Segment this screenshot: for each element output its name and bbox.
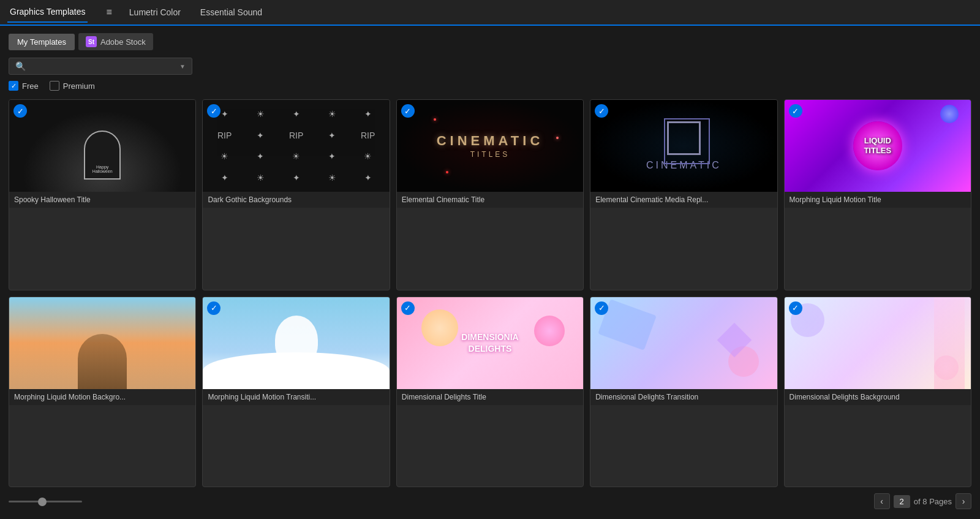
free-checkbox[interactable]	[9, 81, 18, 91]
tab-graphics-templates[interactable]: Graphics Templates	[7, 2, 88, 23]
selected-badge	[595, 104, 608, 118]
selected-badge	[207, 301, 221, 315]
spark-1	[434, 118, 436, 121]
template-card-dark-gothic[interactable]: ✦☀✦☀✦ RIP✦RIP✦RIP ☀✦☀✦☀ ✦☀✦☀✦ Dark Gothi…	[202, 99, 390, 290]
selected-badge	[595, 301, 608, 315]
template-card-dimensional-delights-trans[interactable]: Dimensional Delights Transition	[590, 297, 777, 488]
premium-label: Premium	[63, 81, 95, 91]
slider-thumb[interactable]	[38, 498, 47, 506]
selected-badge	[789, 104, 802, 118]
dim-title-text: DIMENSIONIADELIGHTS	[461, 331, 518, 354]
template-thumbnail-liquid: LIQUIDTITLES	[785, 100, 971, 192]
template-label: Morphing Liquid Motion Backgro...	[9, 389, 195, 405]
template-thumbnail-dim-trans	[590, 297, 777, 389]
premium-checkbox[interactable]	[50, 81, 59, 91]
template-label: Elemental Cinematic Media Repl...	[590, 192, 777, 208]
template-thumbnail-halloween: HappyHalloween	[9, 100, 195, 192]
spark-2	[556, 137, 559, 139]
selected-badge	[13, 104, 27, 118]
liquid-wave	[203, 352, 389, 389]
template-thumbnail-dimensional: DIMENSIONIADELIGHTS	[397, 297, 583, 389]
template-card-morphing-liquid-trans[interactable]: Morphing Liquid Motion Transiti...	[202, 297, 390, 488]
bg-person	[934, 297, 965, 389]
dim-circle1	[421, 309, 458, 346]
premium-filter[interactable]: Premium	[50, 81, 95, 91]
next-page-button[interactable]: ›	[956, 493, 971, 509]
beach-figures	[9, 334, 195, 389]
prev-page-button[interactable]: ‹	[874, 493, 890, 509]
top-navigation-bar: Graphics Templates ≡ Lumetri Color Essen…	[0, 0, 980, 26]
template-card-morphing-liquid-bg[interactable]: Morphing Liquid Motion Backgro...	[9, 297, 196, 488]
liquid-circle: LIQUIDTITLES	[853, 121, 902, 170]
tab-lumetri-color[interactable]: Lumetri Color	[127, 2, 183, 22]
free-filter[interactable]: Free	[9, 81, 39, 91]
pagination: ‹ 2 of 8 Pages ›	[874, 493, 971, 509]
template-card-morphing-liquid-title[interactable]: LIQUIDTITLES Morphing Liquid Motion Titl…	[784, 99, 971, 290]
total-pages-label: of 8 Pages	[914, 497, 952, 506]
liquid-title-text: LIQUIDTITLES	[864, 136, 891, 155]
adobe-stock-label: Adobe Stock	[100, 37, 146, 47]
chevron-down-icon[interactable]: ▼	[179, 63, 186, 70]
selected-badge	[789, 301, 802, 315]
template-thumbnail-gothic: ✦☀✦☀✦ RIP✦RIP✦RIP ☀✦☀✦☀ ✦☀✦☀✦	[203, 100, 389, 192]
current-page-number: 2	[894, 495, 910, 508]
template-thumbnail-cinematic: CINEMATIC TITLES	[397, 100, 583, 192]
template-label: Dimensional Delights Transition	[590, 389, 777, 405]
halloween-text: HappyHalloween	[92, 165, 113, 173]
template-label: Elemental Cinematic Title	[397, 192, 583, 208]
template-thumbnail-beach	[9, 297, 195, 389]
dim-circle2	[534, 316, 565, 346]
selected-badge	[401, 301, 415, 315]
template-card-dimensional-delights-title[interactable]: DIMENSIONIADELIGHTS Dimensional Delights…	[396, 297, 584, 488]
search-row: 🔍 ▼	[9, 58, 971, 75]
template-thumbnail-cinematic2: CINEMATIC	[590, 100, 777, 192]
cinematic2-box	[667, 121, 701, 155]
search-input[interactable]	[29, 62, 176, 71]
spark-3	[446, 171, 448, 173]
template-thumbnail-dim-bg	[785, 297, 971, 389]
slider-track	[9, 501, 82, 502]
tab-essential-sound[interactable]: Essential Sound	[198, 2, 265, 22]
template-label: Dimensional Delights Title	[397, 389, 583, 405]
template-label: Morphing Liquid Motion Title	[785, 192, 971, 208]
filter-row: Free Premium	[9, 81, 971, 91]
gothic-pattern: ✦☀✦☀✦ RIP✦RIP✦RIP ☀✦☀✦☀ ✦☀✦☀✦	[203, 100, 389, 192]
free-label: Free	[22, 81, 39, 91]
cinematic-sub-text: TITLES	[470, 150, 510, 159]
search-box: 🔍 ▼	[9, 58, 192, 75]
main-content: My Templates St Adobe Stock 🔍 ▼ Free Pre…	[0, 26, 980, 519]
adobe-stock-icon: St	[86, 36, 97, 47]
selected-badge	[401, 104, 415, 118]
menu-icon[interactable]: ≡	[106, 7, 111, 18]
template-card-spooky-halloween[interactable]: HappyHalloween Spooky Halloween Title	[9, 99, 196, 290]
my-templates-tab[interactable]: My Templates	[9, 34, 75, 50]
search-icon: 🔍	[15, 61, 26, 71]
template-thumbnail-liquid-trans	[203, 297, 389, 389]
template-card-elemental-cinematic-media[interactable]: CINEMATIC Elemental Cinematic Media Repl…	[590, 99, 777, 290]
template-label: Spooky Halloween Title	[9, 192, 195, 208]
liquid-drops	[940, 105, 959, 123]
cinematic-text-main: CINEMATIC	[437, 133, 544, 149]
template-label: Dimensional Delights Background	[785, 389, 971, 405]
template-grid: HappyHalloween Spooky Halloween Title ✦☀…	[9, 99, 971, 487]
zoom-slider[interactable]	[9, 501, 107, 502]
bottom-bar: ‹ 2 of 8 Pages ›	[9, 487, 971, 512]
template-card-dimensional-delights-bg[interactable]: Dimensional Delights Background	[784, 297, 971, 488]
template-label: Dark Gothic Backgrounds	[203, 192, 389, 208]
template-label: Morphing Liquid Motion Transiti...	[203, 389, 389, 405]
template-card-elemental-cinematic[interactable]: CINEMATIC TITLES Elemental Cinematic Tit…	[396, 99, 584, 290]
adobe-stock-tab[interactable]: St Adobe Stock	[78, 33, 153, 50]
template-source-tabs: My Templates St Adobe Stock	[9, 33, 971, 50]
